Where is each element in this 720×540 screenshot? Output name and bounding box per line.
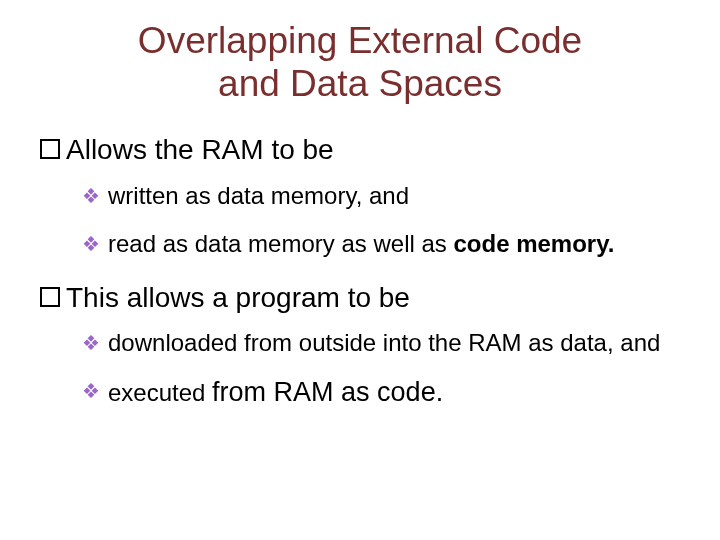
text-bold-fragment: code memory. bbox=[453, 230, 614, 257]
slide: Overlapping External Code and Data Space… bbox=[0, 0, 720, 540]
bullet-text: written as data memory, and bbox=[108, 181, 409, 211]
bullet-level2: written as data memory, and bbox=[82, 181, 690, 211]
bullet-level1: Allows the RAM to be bbox=[40, 133, 690, 167]
bullet-level1: This allows a program to be bbox=[40, 281, 690, 315]
bullet-text: read as data memory as well as code memo… bbox=[108, 229, 614, 259]
bullet-level2: downloaded from outside into the RAM as … bbox=[82, 328, 690, 358]
square-bullet-icon bbox=[40, 139, 60, 159]
bullet-text: This allows a program to be bbox=[66, 281, 410, 315]
bullet-text: Allows the RAM to be bbox=[66, 133, 334, 167]
title-line-1: Overlapping External Code bbox=[138, 20, 582, 61]
slide-title: Overlapping External Code and Data Space… bbox=[30, 20, 690, 105]
bullet-text: executed from RAM as code. bbox=[108, 376, 443, 410]
title-line-2: and Data Spaces bbox=[218, 63, 502, 104]
diamond-bullet-icon bbox=[82, 186, 100, 206]
square-bullet-icon bbox=[40, 287, 60, 307]
text-fragment: executed bbox=[108, 379, 212, 406]
text-fragment: from RAM as code. bbox=[212, 377, 443, 407]
bullet-text: downloaded from outside into the RAM as … bbox=[108, 328, 660, 358]
diamond-bullet-icon bbox=[82, 234, 100, 254]
diamond-bullet-icon bbox=[82, 381, 100, 401]
bullet-level2: executed from RAM as code. bbox=[82, 376, 690, 410]
bullet-level2: read as data memory as well as code memo… bbox=[82, 229, 690, 259]
text-fragment: read as data memory as well as bbox=[108, 230, 453, 257]
diamond-bullet-icon bbox=[82, 333, 100, 353]
